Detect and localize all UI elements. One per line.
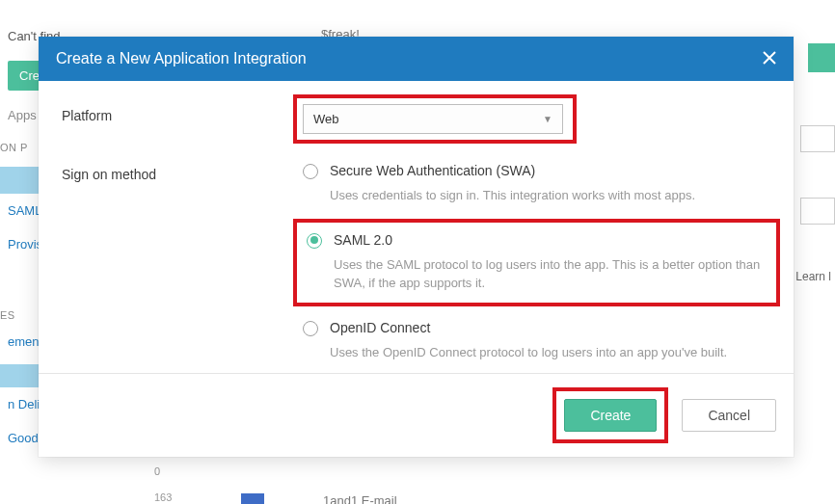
radio-desc: Uses credentials to sign in. This integr…: [330, 186, 770, 205]
close-icon[interactable]: [763, 50, 776, 67]
bg-box[interactable]: [800, 198, 835, 225]
signon-option-swa[interactable]: Secure Web Authentication (SWA) Uses cre…: [303, 163, 770, 205]
modal-title: Create a New Application Integration: [56, 50, 307, 67]
platform-select-value: Web: [313, 112, 339, 126]
new-app-integration-modal: Create a New Application Integration Pla…: [39, 37, 794, 457]
platform-select[interactable]: Web ▼: [303, 104, 563, 134]
radio-title: Secure Web Authentication (SWA): [330, 163, 770, 178]
bg-box[interactable]: [800, 125, 835, 152]
radio-icon[interactable]: [303, 164, 318, 179]
modal-body: Platform Web ▼ Sign on method Secure Web…: [39, 81, 794, 373]
bg-green-button[interactable]: [808, 43, 835, 72]
bg-count: 0: [154, 465, 160, 477]
platform-label: Platform: [62, 104, 264, 134]
chevron-down-icon: ▼: [543, 114, 552, 124]
modal-header: Create a New Application Integration: [39, 37, 794, 81]
radio-title: OpenID Connect: [330, 320, 770, 335]
saml-highlight: SAML 2.0 Uses the SAML protocol to log u…: [293, 219, 780, 306]
radio-desc: Uses the SAML protocol to log users into…: [334, 255, 767, 293]
platform-highlight: Web ▼: [293, 94, 577, 144]
signon-label: Sign on method: [62, 163, 264, 361]
signon-method-group: Secure Web Authentication (SWA) Uses cre…: [303, 163, 770, 361]
signon-option-saml[interactable]: SAML 2.0 Uses the SAML protocol to log u…: [307, 232, 767, 293]
modal-footer: Create Cancel: [39, 373, 794, 457]
radio-icon[interactable]: [303, 321, 318, 336]
bg-app-icon: [241, 493, 264, 504]
radio-icon[interactable]: [307, 233, 322, 249]
create-highlight: Create: [552, 387, 668, 443]
signon-option-openid[interactable]: OpenID Connect Uses the OpenID Connect p…: [303, 320, 770, 362]
create-button[interactable]: Create: [564, 399, 657, 432]
bg-count-163: 163: [154, 491, 172, 503]
radio-desc: Uses the OpenID Connect protocol to log …: [330, 343, 770, 362]
radio-title: SAML 2.0: [334, 232, 767, 248]
cancel-button[interactable]: Cancel: [682, 399, 776, 432]
bg-item-label[interactable]: 1and1 E-mail: [323, 493, 397, 504]
